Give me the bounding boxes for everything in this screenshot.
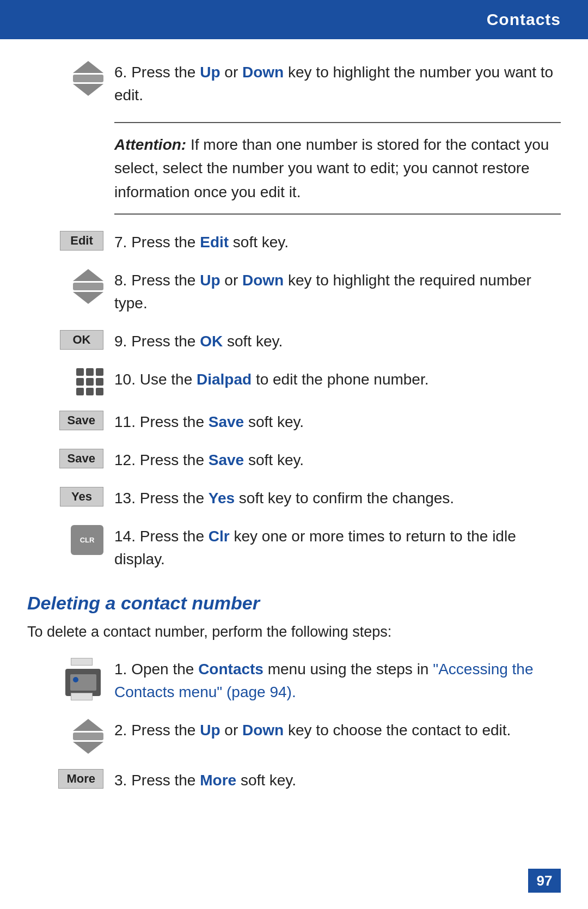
contacts-menu-label: Contacts <box>198 661 264 678</box>
up-key-label-2: Up <box>200 272 220 289</box>
step-10-row: 10. Use the Dialpad to edit the phone nu… <box>27 368 561 395</box>
section-heading: Deleting a contact number <box>27 593 561 614</box>
step-11-number: 11. <box>114 413 136 430</box>
step-8-row: 8. Press the Up or Down key to highlight… <box>27 269 561 315</box>
delete-step-1-icon <box>27 658 114 696</box>
contacts-icon <box>65 658 103 696</box>
step-6-icon <box>27 61 114 96</box>
arrow-center <box>73 75 103 82</box>
step-13-row: Yes 13. Press the Yes soft key to confir… <box>27 487 561 510</box>
arrow-up-icon <box>73 61 103 73</box>
step-11-icon: Save <box>27 411 114 430</box>
step-8-icon <box>27 269 114 304</box>
step-14-text: 14. Press the Clr key one or more times … <box>114 525 561 571</box>
step-11-text: 11. Press the Save soft key. <box>114 411 561 434</box>
step-7-number: 7. <box>114 234 127 251</box>
step-9-icon: OK <box>27 330 114 350</box>
delete-step-1-number: 1. <box>114 661 127 678</box>
edit-key-label: Edit <box>200 234 229 251</box>
yes-key-label: Yes <box>209 490 235 507</box>
save-softkey-btn-1: Save <box>59 411 103 430</box>
up-key-label: Up <box>200 64 220 81</box>
dialpad-icon <box>76 368 103 395</box>
delete-step-3-row: More 3. Press the More soft key. <box>27 769 561 792</box>
step-11-row: Save 11. Press the Save soft key. <box>27 411 561 434</box>
main-content: 6. Press the Up or Down key to highlight… <box>0 39 588 851</box>
dialpad-label: Dialpad <box>197 371 252 388</box>
arrow-down-icon <box>73 84 103 96</box>
step-7-row: Edit 7. Press the Edit soft key. <box>27 231 561 254</box>
delete-step-1-text: 1. Open the Contacts menu using the step… <box>114 658 561 704</box>
step-14-icon <box>27 525 114 555</box>
step-12-row: Save 12. Press the Save soft key. <box>27 449 561 472</box>
attention-box: Attention: If more than one number is st… <box>114 122 561 215</box>
step-6-number: 6. <box>114 64 127 81</box>
page-number: 97 <box>528 869 561 893</box>
delete-step-1-row: 1. Open the Contacts menu using the step… <box>27 658 561 704</box>
arrow-up-icon-3 <box>73 719 103 731</box>
arrow-center-3 <box>73 733 103 740</box>
delete-step-2-icon <box>27 719 114 754</box>
step-7-icon: Edit <box>27 231 114 251</box>
step-9-number: 9. <box>114 333 127 350</box>
save-softkey-btn-2: Save <box>59 449 103 468</box>
arrow-center-2 <box>73 283 103 290</box>
nav-icon <box>73 61 103 96</box>
step-13-number: 13. <box>114 490 136 507</box>
delete-step-2-text: 2. Press the Up or Down key to choose th… <box>114 719 561 742</box>
down-key-label-2: Down <box>242 272 284 289</box>
delete-step-2-number: 2. <box>114 722 127 739</box>
more-key-label: More <box>200 772 236 789</box>
yes-softkey-btn: Yes <box>60 487 103 507</box>
ok-key-label: OK <box>200 333 223 350</box>
arrow-up-icon-2 <box>73 269 103 281</box>
clr-icon <box>71 525 103 555</box>
step-10-number: 10. <box>114 371 136 388</box>
step-12-icon: Save <box>27 449 114 468</box>
delete-step-3-text: 3. Press the More soft key. <box>114 769 561 792</box>
delete-step-3-icon: More <box>27 769 114 789</box>
arrow-down-icon-2 <box>73 292 103 304</box>
header-title: Contacts <box>487 10 561 29</box>
step-6-text: 6. Press the Up or Down key to highlight… <box>114 61 561 107</box>
arrow-down-icon-3 <box>73 742 103 754</box>
delete-step-3-number: 3. <box>114 772 127 789</box>
step-12-number: 12. <box>114 452 136 468</box>
step-13-icon: Yes <box>27 487 114 507</box>
step-14-row: 14. Press the Clr key one or more times … <box>27 525 561 571</box>
step-14-number: 14. <box>114 528 136 545</box>
section-intro: To delete a contact number, perform the … <box>27 624 561 640</box>
down-key-label-3: Down <box>242 722 284 739</box>
step-13-text: 13. Press the Yes soft key to confirm th… <box>114 487 561 510</box>
step-12-text: 12. Press the Save soft key. <box>114 449 561 472</box>
attention-label: Attention: <box>114 136 186 153</box>
ok-softkey-btn: OK <box>60 330 103 350</box>
step-9-text: 9. Press the OK soft key. <box>114 330 561 353</box>
edit-softkey-btn: Edit <box>60 231 103 251</box>
step-7-text: 7. Press the Edit soft key. <box>114 231 561 254</box>
more-softkey-btn: More <box>58 769 103 789</box>
save-key-label-2: Save <box>209 452 244 468</box>
header-bar: Contacts <box>0 0 588 39</box>
down-key-label: Down <box>242 64 284 81</box>
step-8-text: 8. Press the Up or Down key to highlight… <box>114 269 561 315</box>
nav-icon-3 <box>73 719 103 754</box>
step-10-icon <box>27 368 114 395</box>
delete-step-2-row: 2. Press the Up or Down key to choose th… <box>27 719 561 754</box>
save-key-label-1: Save <box>209 413 244 430</box>
step-6-row: 6. Press the Up or Down key to highlight… <box>27 61 561 107</box>
clr-key-label: Clr <box>209 528 230 545</box>
step-10-text: 10. Use the Dialpad to edit the phone nu… <box>114 368 561 391</box>
nav-icon-2 <box>73 269 103 304</box>
up-key-label-3: Up <box>200 722 220 739</box>
step-8-number: 8. <box>114 272 127 289</box>
step-9-row: OK 9. Press the OK soft key. <box>27 330 561 353</box>
contacts-link: "Accessing the Contacts menu" (page 94). <box>114 661 533 700</box>
